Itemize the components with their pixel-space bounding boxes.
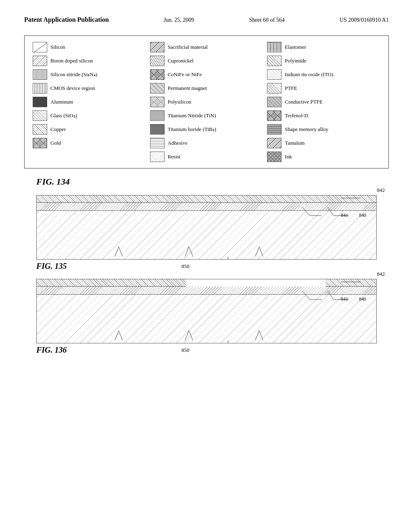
fig136-diagram: 841 840 — [36, 279, 377, 343]
list-item: Adhesive — [150, 138, 263, 148]
layer-bottom-136 — [37, 295, 376, 343]
label-sacrificial: Sacrificial material — [168, 44, 208, 50]
swatch-copper — [33, 124, 47, 135]
swatch-polyimide — [267, 56, 282, 66]
swatch-gold — [33, 138, 47, 148]
swatch-ink — [267, 152, 282, 162]
list-item: Silicon nitride (Si₃N₄) — [33, 69, 146, 80]
label-terfenol: Terfenol-D — [285, 112, 308, 119]
label-gold: Gold — [50, 140, 61, 146]
ref-842-135: 842 — [377, 187, 385, 193]
swatch-ptfe — [267, 83, 282, 94]
swatch-adhesive — [150, 138, 165, 148]
list-item: Conductive PTFE — [267, 97, 380, 107]
swatch-sma — [267, 124, 282, 135]
swatch-permmag — [150, 83, 165, 94]
list-item — [33, 152, 146, 162]
label-elastomer: Elastomer — [285, 44, 306, 50]
list-item: Silicon — [33, 42, 146, 52]
fig135-diagram: 841 840 — [36, 195, 377, 260]
list-item: Terfenol-D — [267, 110, 380, 121]
label-tib2: Titanium boride (TiB₂) — [168, 126, 216, 133]
fig135-bottom: FIG. 135 850 — [36, 262, 377, 271]
ref-850-135: 850 — [181, 263, 190, 270]
layer-bottom-135 — [37, 211, 376, 259]
fig136-label: FIG. 136 — [36, 345, 101, 355]
list-item: Boron doped silicon — [33, 56, 146, 66]
label-resist: Resist — [168, 154, 181, 160]
swatch-tantalum — [267, 138, 282, 148]
patent-date: Jun. 25, 2009 — [164, 17, 194, 23]
fig134-label: FIG. 134 — [36, 177, 389, 187]
patent-number: US 2009/0160910 A1 — [340, 17, 389, 23]
swatch-sinit — [33, 69, 47, 80]
label-ink: Ink — [285, 154, 292, 160]
layer-mid-135 — [37, 203, 376, 211]
swatch-conife — [150, 69, 165, 80]
label-cupro: Cupronickel — [168, 58, 194, 64]
fig135-label: FIG. 135 — [36, 262, 101, 271]
swatch-glass — [33, 110, 47, 121]
label-copper: Copper — [50, 126, 66, 133]
swatch-elastomer — [267, 42, 282, 52]
ref-842-136: 842 — [377, 271, 385, 277]
layer-top-right-136 — [325, 279, 376, 287]
page-header: Patent Application Publication Jun. 25, … — [24, 16, 389, 23]
label-tantalum: Tantalum — [285, 140, 305, 146]
layer-top-left-136 — [37, 279, 186, 287]
patent-sheet: Sheet 60 of 564 — [249, 17, 284, 23]
label-sinit: Silicon nitride (Si₃N₄) — [50, 71, 97, 78]
swatch-sacrificial — [150, 42, 165, 52]
ref-840-136: 840 — [359, 296, 366, 302]
swatch-aluminum — [33, 97, 47, 107]
ref-841-135: 841 — [341, 212, 348, 218]
list-item: Polysilicon — [150, 97, 263, 107]
list-item: PTFE — [267, 83, 380, 94]
label-ptfe: PTFE — [285, 85, 297, 91]
list-item: Titanium boride (TiB₂) — [150, 124, 263, 135]
label-glass: Glass (SiO₂) — [50, 112, 77, 119]
list-item: Gold — [33, 138, 146, 148]
list-item: Elastomer — [267, 42, 380, 52]
patent-page: Patent Application Publication Jun. 25, … — [0, 0, 413, 532]
fig136-container: 842 — [36, 279, 377, 355]
swatch-cmos — [33, 83, 47, 94]
list-item: Tantalum — [267, 138, 380, 148]
label-polysi: Polysilicon — [168, 99, 192, 105]
label-cptfe: Conductive PTFE — [285, 99, 323, 105]
patent-title: Patent Application Publication — [24, 16, 109, 23]
layer-top-135 — [37, 195, 376, 203]
fig136-bottom: FIG. 136 850 — [36, 345, 377, 355]
swatch-tin — [150, 110, 165, 121]
list-item: Shape memory alloy — [267, 124, 380, 135]
list-item: Copper — [33, 124, 146, 135]
label-sma: Shape memory alloy — [285, 126, 328, 133]
legend-box: Silicon Sacrificial material Elastomer B… — [24, 35, 389, 168]
label-adhesive: Adhesive — [168, 140, 188, 146]
label-boron: Boron doped silicon — [50, 58, 93, 64]
list-item: Aluminum — [33, 97, 146, 107]
list-item: Resist — [150, 152, 263, 162]
list-item: Titanium Nitride (TiN) — [150, 110, 263, 121]
swatch-tib2 — [150, 124, 165, 135]
label-silicon: Silicon — [50, 44, 65, 50]
swatch-ito — [267, 69, 282, 80]
swatch-cupro — [150, 56, 165, 66]
label-conife: CoNiFe or NiFe — [168, 71, 202, 78]
label-ito: Indium tin oxide (ITO) — [285, 71, 333, 78]
label-polyimide: Polyimide — [285, 58, 306, 64]
list-item: Polyimide — [267, 56, 380, 66]
list-item: Permanent magnet — [150, 83, 263, 94]
list-item: Glass (SiO₂) — [33, 110, 146, 121]
fig135-container: 842 — [36, 195, 377, 271]
swatch-polysi — [150, 97, 165, 107]
swatch-cptfe — [267, 97, 282, 107]
swatch-boron — [33, 56, 47, 66]
swatch-terfenol — [267, 110, 282, 121]
list-item: CMOS device region — [33, 83, 146, 94]
list-item: Indium tin oxide (ITO) — [267, 69, 380, 80]
ref-841-136: 841 — [341, 296, 348, 302]
list-item: CoNiFe or NiFe — [150, 69, 263, 80]
swatch-silicon — [33, 42, 47, 52]
swatch-resist — [150, 152, 165, 162]
